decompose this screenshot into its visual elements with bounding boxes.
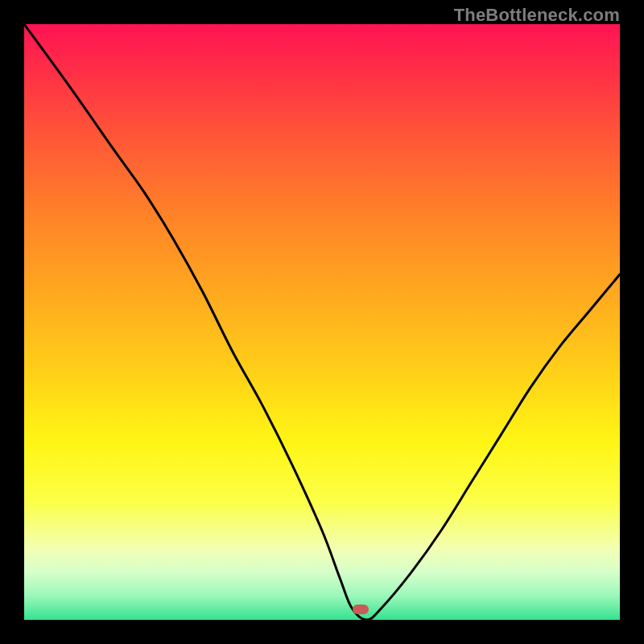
watermark-text: TheBottleneck.com (454, 5, 620, 26)
bottleneck-curve (24, 24, 620, 620)
curve-path (24, 24, 620, 620)
min-marker (353, 605, 369, 614)
chart-frame: TheBottleneck.com (0, 0, 644, 644)
plot-area (24, 24, 620, 620)
